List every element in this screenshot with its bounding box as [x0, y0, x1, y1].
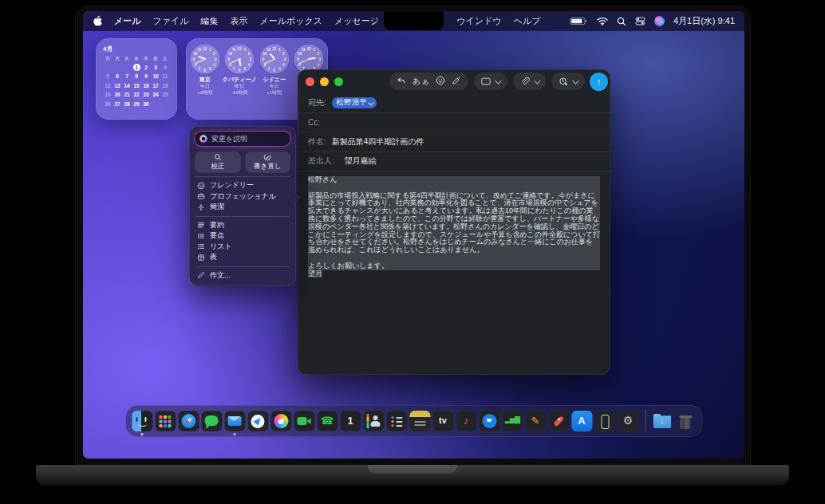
calendar-day[interactable]: 9 — [141, 73, 151, 80]
calendar-day[interactable]: 24 — [151, 91, 160, 98]
calendar-day[interactable]: 19 — [103, 91, 112, 98]
writing-tools-option-keypoints[interactable]: 要点 — [195, 230, 290, 242]
calendar-day[interactable]: 10 — [151, 73, 160, 80]
window-titlebar[interactable]: あぁ — [298, 69, 610, 93]
calendar-day[interactable]: 14 — [122, 82, 132, 89]
menu-bar-clock[interactable]: 4月1日(水) 9:41 — [673, 15, 735, 27]
writing-tools-option-summary[interactable]: 要約 — [195, 220, 290, 231]
spotlight-search-icon[interactable] — [617, 17, 626, 26]
menu-7[interactable]: ウインドウ — [456, 15, 501, 27]
calendar-day[interactable]: 29 — [132, 100, 141, 108]
writing-tools-option-briefcase[interactable]: プロフェッショナル — [195, 191, 290, 203]
calendar-day[interactable]: 7 — [122, 73, 132, 80]
menu-1[interactable]: ファイル — [153, 15, 189, 27]
calendar-day[interactable]: 4 — [160, 64, 170, 71]
minimize-button[interactable] — [320, 77, 329, 86]
dock-settings-icon[interactable] — [618, 411, 638, 431]
world-clock-東京[interactable]: 123456789101112東京今日+0時間 — [188, 45, 223, 113]
dock-downloads-icon[interactable] — [652, 411, 673, 431]
siri-icon[interactable] — [654, 16, 665, 26]
to-field[interactable]: 宛先: 松野浩平 — [298, 93, 610, 113]
calendar-day[interactable]: 23 — [141, 91, 151, 98]
writing-tools-option-compose[interactable]: 作文... — [195, 270, 290, 282]
wifi-icon[interactable] — [597, 17, 608, 26]
dock-pages-icon[interactable] — [525, 411, 546, 431]
dock-reminders-icon[interactable] — [386, 411, 407, 431]
subject-field[interactable]: 件名: 新製品第4四半期計画の件 — [298, 132, 610, 152]
photo-browser-button[interactable] — [474, 73, 507, 90]
dock-messages-icon[interactable] — [201, 411, 222, 431]
menu-5[interactable]: メッセージ — [334, 15, 379, 27]
dock-appletv-icon[interactable] — [432, 411, 453, 431]
dock-safari-icon[interactable] — [178, 411, 199, 431]
schedule-send-button[interactable] — [551, 73, 585, 90]
zoom-button[interactable] — [334, 77, 343, 86]
dock-mail-icon[interactable] — [224, 411, 245, 431]
calendar-day[interactable]: 6 — [112, 73, 122, 80]
calendar-day[interactable]: 3 — [151, 64, 160, 71]
calendar-day[interactable]: 12 — [103, 82, 112, 89]
menu-2[interactable]: 編集 — [201, 15, 219, 27]
menu-8[interactable]: ヘルプ — [514, 15, 541, 27]
writing-tools-option-smiley[interactable]: フレンドリー — [195, 180, 290, 191]
calendar-day[interactable]: 8 — [132, 73, 141, 80]
calendar-day[interactable]: 18 — [160, 82, 170, 89]
recipient-token[interactable]: 松野浩平 — [332, 97, 377, 108]
dock-photos-icon[interactable] — [270, 411, 291, 431]
calendar-day[interactable]: 28 — [122, 100, 132, 108]
menu-4[interactable]: メールボックス — [260, 15, 323, 27]
calendar-day[interactable]: 27 — [112, 100, 122, 108]
dock-finder-icon[interactable] — [132, 411, 152, 431]
from-field[interactable]: 差出人: 望月嘉絵 — [298, 152, 610, 172]
describe-change-input[interactable]: 変更を説明 — [195, 132, 290, 146]
world-clock-クパティーノ[interactable]: 123456789101112クパティーノ昨日-16時間 — [223, 45, 258, 113]
proofread-button[interactable]: 校正 — [195, 152, 241, 173]
control-center-icon[interactable] — [635, 17, 645, 26]
calendar-day[interactable]: 16 — [141, 82, 151, 89]
calendar-day[interactable]: 15 — [132, 82, 141, 89]
writing-tools-option-table[interactable]: 表 — [195, 252, 290, 263]
apple-menu-icon[interactable] — [93, 16, 103, 27]
calendar-day[interactable]: 1 — [132, 64, 141, 71]
message-body[interactable]: 松野さん 新製品の市場投入戦略に関する第4四半期計画について、改めてご連絡です。… — [298, 171, 610, 282]
dock-facetime-icon[interactable] — [294, 411, 314, 431]
calendar-day[interactable]: 30 — [141, 100, 151, 108]
rewrite-button[interactable]: 書き直し — [245, 152, 291, 173]
world-clock-シドニー[interactable]: 123456789101112シドニー今日+1時間 — [257, 45, 292, 113]
calendar-day[interactable]: 13 — [112, 82, 122, 89]
dock-trash-icon[interactable] — [675, 411, 696, 431]
dock-keynote-icon[interactable] — [479, 411, 499, 431]
close-button[interactable] — [306, 77, 314, 86]
dock-numbers-icon[interactable] — [502, 411, 523, 431]
send-button[interactable]: ↑ — [590, 73, 608, 91]
attach-file-button[interactable] — [513, 73, 547, 90]
dock-notes-icon[interactable] — [409, 411, 430, 431]
writing-tools-button[interactable] — [452, 74, 461, 89]
dock-rocket-icon[interactable] — [548, 411, 569, 431]
writing-tools-option-list[interactable]: リスト — [195, 242, 290, 253]
menu-3[interactable]: 表示 — [231, 15, 248, 27]
dock-music-icon[interactable] — [456, 411, 476, 431]
calendar-day[interactable]: 5 — [103, 73, 112, 80]
calendar-day[interactable]: 20 — [112, 91, 122, 98]
calendar-day[interactable]: 21 — [122, 91, 132, 98]
menu-app[interactable]: メール — [114, 15, 141, 27]
format-text-button[interactable]: あぁ — [412, 76, 429, 87]
calendar-widget[interactable]: 4月 日月火水木金土123456789101112131415161718192… — [96, 38, 177, 120]
dock-phone-icon[interactable] — [317, 411, 338, 431]
cc-field[interactable]: Cc: — [298, 113, 610, 133]
calendar-day[interactable]: 22 — [132, 91, 141, 98]
undo-icon[interactable] — [397, 74, 406, 89]
dock-appstore-icon[interactable] — [571, 411, 592, 431]
calendar-day[interactable]: 2 — [141, 64, 151, 71]
calendar-day[interactable]: 17 — [151, 82, 160, 89]
dock-launchpad-icon[interactable] — [155, 411, 176, 431]
dock-calendar-icon[interactable] — [340, 411, 361, 431]
writing-tools-option-concise[interactable]: 簡潔 — [195, 202, 290, 213]
dock-iphone-mirroring-icon[interactable] — [594, 411, 615, 431]
calendar-day[interactable]: 25 — [160, 91, 170, 98]
calendar-day[interactable]: 26 — [103, 100, 112, 108]
dock-contacts-icon[interactable] — [363, 411, 384, 431]
calendar-day[interactable]: 11 — [160, 73, 170, 80]
dock-maps-icon[interactable] — [247, 411, 268, 431]
